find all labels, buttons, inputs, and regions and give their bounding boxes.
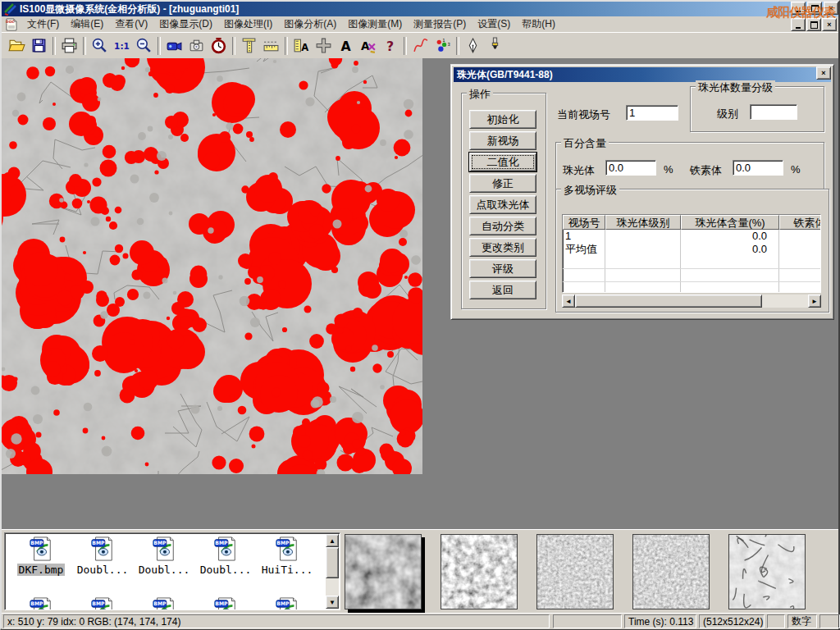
file-list-scrollbar[interactable]: ▲ ▼ [326,534,339,609]
op-button-2[interactable]: 新视场 [469,131,536,150]
col-field-no[interactable]: 视场号 [563,215,605,230]
svg-text:?: ? [386,39,394,54]
pearlite-input[interactable] [605,160,656,176]
toolbar-separator [404,37,407,55]
calibrate-button[interactable]: A [290,34,313,57]
table-empty-row [563,256,820,269]
svg-text:BMP: BMP [30,540,43,546]
cell [779,230,821,243]
op-button-9[interactable]: 返回 [469,281,536,299]
file-item[interactable]: BMPDKF.bmp [11,536,71,576]
scrollbar-track[interactable] [762,294,808,308]
spline-button[interactable] [409,34,431,57]
file-item[interactable]: BMP [258,597,317,610]
col-pearlite-grade[interactable]: 珠光体级别 [605,215,681,230]
col-ferrite-content[interactable]: 铁素体含量(%) [779,215,821,230]
bmp-file-icon: BMP [151,536,177,561]
move-button[interactable] [313,34,335,57]
op-button-7[interactable]: 更改类别 [469,238,536,257]
classify-dots-icon: 13 [434,37,451,54]
micro-thumbnail-4[interactable] [632,534,710,609]
file-item[interactable]: BMP [135,597,194,610]
save-button[interactable] [28,34,50,57]
scroll-right-arrow-icon[interactable]: ► [808,294,821,308]
timer-button[interactable] [208,34,230,57]
grade-level-input[interactable] [750,104,797,120]
scroll-down-arrow-icon[interactable]: ▼ [326,596,339,609]
cell: 0.0 [681,230,779,243]
document-icon[interactable]: DOC [5,18,18,31]
micro-thumbnail-5[interactable] [728,534,806,609]
toolbar-separator [232,37,235,55]
ruler-icon [262,37,280,54]
delete-text-button[interactable]: A [357,34,379,57]
print-button[interactable] [58,34,80,57]
scrollbar-thumb[interactable] [575,294,762,308]
bmp-file-icon: BMP [151,597,177,610]
bmp-file-icon: BMP [212,597,239,610]
op-button-8[interactable]: 评级 [469,259,536,278]
menu-help[interactable]: 帮助(H) [516,16,561,32]
op-button-6[interactable]: 自动分类 [469,217,536,235]
micro-thumbnail-2[interactable] [441,534,518,609]
scroll-left-arrow-icon[interactable]: ◄ [562,294,575,308]
svg-text:BMP: BMP [153,540,167,546]
capture-button[interactable] [185,34,208,57]
menu-view[interactable]: 查看(V) [109,16,153,32]
menu-image-display[interactable]: 图像显示(D) [153,16,218,32]
file-item[interactable]: BMP [73,597,132,610]
menu-edit[interactable]: 编辑(E) [65,16,109,32]
op-button-3[interactable]: 二值化 [469,153,536,171]
vendor-watermark: 咸阳仪器仪表 [766,5,835,21]
scroll-up-arrow-icon[interactable]: ▲ [326,534,339,547]
menu-image-process[interactable]: 图像处理(I) [218,16,278,32]
multiview-group: 多视场评级 视场号 珠光体级别 珠光体含量(%) 铁素体含量(%) 1 0.0 … [555,189,829,313]
menu-image-measure[interactable]: 图像测量(M) [342,16,408,32]
open-button[interactable] [6,34,28,57]
op-button-1[interactable]: 初始化 [469,110,536,129]
current-field-label: 当前视场号 [557,107,610,122]
col-pearlite-content[interactable]: 珠光体含量(%) [681,215,779,230]
file-item[interactable]: BMP [11,597,71,610]
menu-file[interactable]: 文件(F) [21,16,65,32]
menu-image-analysis[interactable]: 图像分析(A) [278,16,342,32]
micro-thumbnail-1[interactable] [345,534,422,609]
brush-button[interactable] [484,34,506,57]
micro-thumbnail-3[interactable] [536,534,614,609]
op-button-4[interactable]: 修正 [469,174,536,193]
table-row[interactable]: 平均值 0.0 [563,243,820,256]
text-icon: A [337,37,354,54]
pen-button[interactable] [462,34,484,57]
file-item[interactable]: BMPHuiTi... [258,536,317,576]
table-h-scrollbar[interactable]: ◄ ► [562,294,821,308]
op-button-5[interactable]: 点取珠光体 [469,195,536,214]
dialog-close-button[interactable]: × [816,66,831,80]
scrollbar-thumb[interactable] [326,547,339,578]
file-name: Doubl... [199,564,253,576]
file-item[interactable]: BMP [196,597,255,610]
zoom-out-icon [135,37,153,54]
ruler-button[interactable] [260,34,282,57]
help-button[interactable]: ? [379,34,401,57]
file-item[interactable]: BMPDoubl... [196,536,255,576]
zoom-out-button[interactable] [133,34,155,57]
file-item[interactable]: BMPDoubl... [135,536,194,576]
menu-settings[interactable]: 设置(S) [472,16,516,32]
video-camera-button[interactable] [163,34,185,57]
zoom-in-button[interactable] [89,34,111,57]
file-item[interactable]: BMPDoubl... [73,536,132,576]
current-field-input[interactable] [626,105,678,121]
svg-text:BMP: BMP [92,540,105,546]
micrograph-image[interactable] [2,58,422,474]
toolbar-separator [158,37,161,55]
menu-measure-report[interactable]: 测量报告(P) [408,16,472,32]
cell: 0.0 [681,243,779,256]
actual-size-button[interactable]: 1:1 [111,34,133,57]
table-row[interactable]: 1 0.0 [563,230,820,243]
ferrite-input[interactable] [733,160,783,176]
classify-dots-button[interactable]: 13 [431,34,454,57]
text-button[interactable]: A [335,34,357,57]
video-camera-icon [166,37,183,54]
svg-text:BMP: BMP [30,600,43,606]
caliper-button[interactable] [238,34,260,57]
